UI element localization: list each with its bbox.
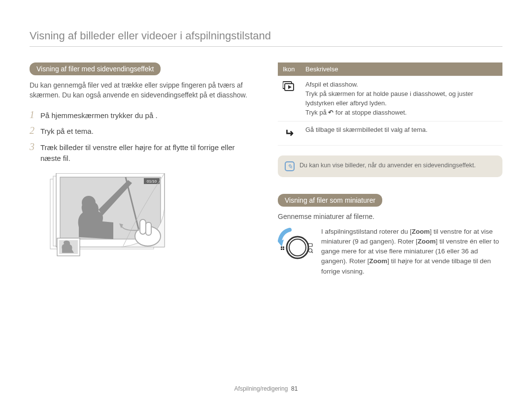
zoom-instruction-text: I afspilningstilstand roterer du [Zoom] … (321, 227, 502, 277)
note-text: Du kan kun vise billeder, når du anvende… (299, 161, 476, 170)
back-icon: ↶ (328, 109, 333, 116)
svg-rect-11 (146, 222, 151, 235)
step-1: 1 På hjemmeskærmen trykker du på . (30, 109, 254, 122)
section-pill-side-turn: Visning af filer med sidevendingseffekt (30, 62, 161, 75)
footer-section: Afspilning/redigering (234, 385, 288, 392)
desc-line: Tryk på ↶ for at stoppe diasshowet. (305, 108, 498, 118)
content-columns: Visning af filer med sidevendingseffekt … (30, 62, 502, 277)
svg-line-25 (312, 251, 313, 253)
step-2: 2 Tryk på et tema. (30, 125, 254, 137)
footer-page-number: 81 (291, 385, 298, 392)
zoom-dial-icon (278, 227, 313, 262)
desc-line: Gå tilbage til skærmbilledet til valg af… (300, 122, 502, 146)
step-number: 2 (30, 125, 40, 136)
svg-rect-20 (283, 247, 284, 248)
step-3: 3 Træk billeder til venstre eller højre … (30, 141, 254, 164)
thumbnail-subtext: Gennemse miniaturer af filerne. (278, 212, 502, 221)
table-header-icon: Ikon (278, 62, 300, 76)
page-footer: Afspilning/redigering 81 (0, 385, 532, 392)
section-pill-thumbnails: Visning af filer som miniaturer (278, 194, 382, 207)
step-list: 1 På hjemmeskærmen trykker du på . 2 Try… (30, 109, 254, 164)
svg-point-4 (82, 196, 96, 210)
desc-line: Tryk på skærmen for at holde pause i dia… (305, 90, 498, 108)
svg-point-24 (309, 248, 312, 252)
desc-line: Afspil et diasshow. (305, 80, 498, 90)
note-icon: ✎ (285, 161, 295, 171)
swipe-illustration: 01/10 (49, 173, 187, 262)
step-number: 1 (30, 109, 40, 121)
svg-rect-21 (281, 248, 282, 250)
step-text: Tryk på et tema. (40, 126, 94, 137)
step-text: På hjemmeskærmen trykker du på . (40, 110, 158, 122)
svg-rect-22 (283, 248, 284, 250)
slide-play-icon (283, 85, 296, 93)
left-column: Visning af filer med sidevendingseffekt … (30, 62, 254, 277)
step-number: 3 (30, 141, 40, 153)
page-header: Visning af billeder eller videoer i afsp… (30, 30, 502, 47)
table-header-desc: Beskrivelse (300, 62, 502, 76)
return-icon: ↵ (285, 125, 294, 141)
table-row: ↵ Gå tilbage til skærmbilledet til valg … (278, 122, 502, 146)
right-column: Ikon Beskrivelse (278, 62, 502, 277)
photo-counter: 01/10 (147, 179, 157, 184)
table-row: Afspil et diasshow. Tryk på skærmen for … (278, 76, 502, 122)
svg-point-18 (289, 239, 306, 256)
note-box: ✎ Du kan kun vise billeder, når du anven… (278, 155, 502, 177)
zoom-section: I afspilningstilstand roterer du [Zoom] … (278, 227, 502, 277)
svg-rect-19 (281, 247, 282, 248)
svg-rect-10 (140, 219, 146, 234)
intro-paragraph: Du kan gennemgå filer ved at trække elle… (30, 80, 254, 100)
icon-description-table: Ikon Beskrivelse (278, 62, 502, 146)
step-text: Træk billeder til venstre eller højre fo… (40, 142, 254, 164)
